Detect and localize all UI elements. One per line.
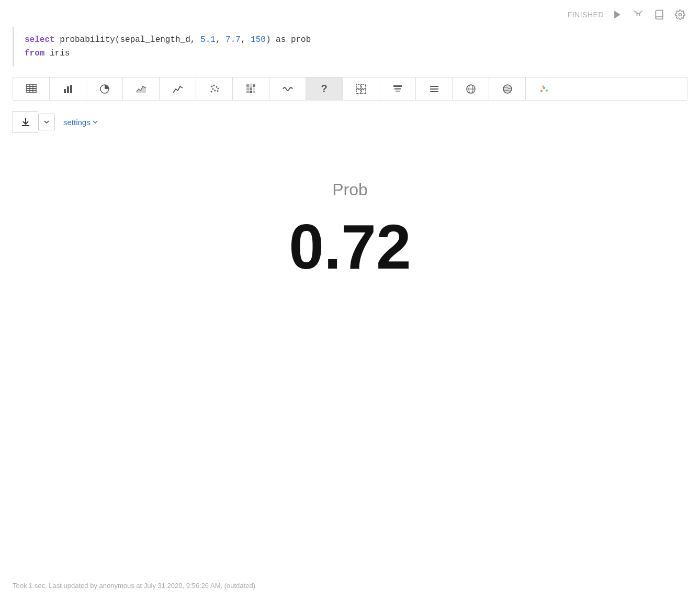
download-icon (20, 117, 31, 127)
code-comma2: , (241, 35, 251, 45)
svg-rect-26 (246, 87, 249, 90)
svg-rect-7 (27, 91, 36, 93)
chart-btn-sparkline[interactable] (269, 77, 306, 100)
svg-point-46 (540, 90, 543, 92)
pivot-icon (246, 84, 256, 94)
svg-point-19 (217, 87, 219, 89)
settings-button[interactable]: settings (63, 118, 98, 127)
chart-btn-scatter[interactable] (196, 77, 233, 100)
chart-btn-unknown[interactable]: ? (306, 77, 343, 100)
svg-rect-27 (250, 87, 252, 90)
code-line-2: from iris (25, 47, 677, 61)
keyword-select: select (25, 35, 55, 45)
svg-point-22 (217, 90, 218, 92)
code-comma1: , (216, 35, 225, 45)
code-line-1: select probability(sepal_length_d, 5.1, … (25, 34, 677, 47)
funnel-icon (392, 84, 403, 94)
result-display: Prob 0.72 (0, 149, 700, 309)
svg-point-3 (679, 14, 682, 16)
run-button[interactable] (610, 7, 625, 22)
status-label: FINISHED (568, 10, 604, 19)
expand-icon (633, 9, 643, 20)
settings-label: settings (63, 118, 91, 127)
svg-point-21 (213, 84, 214, 86)
chart-btn-line[interactable] (160, 77, 196, 100)
chart-btn-pivot[interactable] (233, 77, 269, 100)
expand-button[interactable] (631, 7, 646, 22)
svg-rect-37 (394, 88, 401, 90)
line-chart-icon (173, 84, 183, 94)
result-column-label: Prob (332, 180, 368, 199)
result-value: 0.72 (289, 215, 411, 278)
code-paren: ) (266, 35, 276, 45)
chart-type-toolbar: ? (13, 77, 687, 101)
globe1-icon (466, 84, 476, 94)
svg-rect-11 (67, 86, 69, 93)
svg-point-15 (210, 91, 212, 92)
svg-rect-12 (70, 85, 72, 93)
chart-btn-globe2[interactable] (489, 77, 526, 100)
globe2-icon (502, 84, 513, 94)
code-alias: prob (286, 35, 311, 45)
chart-btn-funnel[interactable] (379, 77, 416, 100)
footer-text: Took 1 sec. Last updated by anonymous at… (13, 582, 255, 590)
code-num2: 7.7 (225, 35, 241, 45)
chart-btn-list[interactable] (416, 77, 453, 100)
list-icon (429, 84, 439, 94)
svg-point-16 (212, 88, 213, 90)
svg-marker-0 (614, 11, 620, 19)
keyword-from: from (25, 49, 44, 58)
footer-message: Took 1 sec. Last updated by anonymous at… (13, 582, 255, 590)
table-icon (26, 84, 37, 94)
svg-rect-10 (64, 89, 66, 93)
chevron-down-icon (44, 119, 49, 125)
chart-btn-pie[interactable] (86, 77, 123, 100)
chart-btn-cohort[interactable] (343, 77, 379, 100)
download-dropdown-button[interactable] (38, 114, 55, 130)
svg-rect-38 (396, 91, 400, 92)
download-button[interactable] (13, 111, 38, 133)
sparkline-icon (283, 84, 293, 94)
svg-point-45 (503, 85, 512, 93)
code-editor[interactable]: select probability(sepal_length_d, 5.1, … (13, 27, 687, 66)
svg-point-18 (216, 86, 217, 87)
chart-btn-table[interactable] (13, 77, 50, 100)
question-mark-icon: ? (321, 83, 327, 95)
code-num1: 5.1 (200, 35, 216, 45)
action-row: settings (13, 111, 687, 133)
chart-btn-area[interactable] (123, 77, 160, 100)
bar-chart-icon (63, 84, 73, 94)
svg-rect-30 (250, 91, 252, 93)
svg-rect-36 (393, 85, 402, 87)
pie-chart-icon (99, 84, 110, 94)
svg-point-20 (211, 85, 212, 87)
settings-chevron-icon (93, 119, 98, 125)
svg-rect-24 (250, 84, 252, 87)
svg-rect-29 (246, 91, 249, 93)
svg-rect-32 (356, 84, 360, 88)
area-chart-icon (136, 84, 146, 94)
gear-icon (675, 9, 685, 20)
book-icon (654, 9, 664, 20)
svg-rect-34 (356, 90, 360, 94)
svg-rect-25 (253, 84, 255, 87)
settings-gear-button[interactable] (673, 7, 687, 22)
svg-rect-23 (246, 84, 249, 87)
svg-point-17 (214, 90, 216, 91)
docs-button[interactable] (652, 7, 667, 22)
svg-rect-35 (362, 90, 366, 94)
chart-btn-bar[interactable] (50, 77, 86, 100)
svg-rect-31 (253, 91, 255, 93)
scatter-icon (209, 84, 220, 94)
code-num3: 150 (251, 35, 266, 45)
chart-btn-custom[interactable] (526, 77, 562, 100)
top-toolbar: FINISHED (0, 0, 700, 27)
svg-point-49 (542, 85, 544, 87)
play-icon (612, 9, 623, 20)
code-func: probability(sepal_length_d, (55, 35, 200, 45)
svg-rect-33 (362, 84, 366, 88)
svg-line-2 (640, 11, 642, 14)
svg-line-1 (635, 11, 637, 14)
chart-btn-globe1[interactable] (453, 77, 489, 100)
custom-icon (539, 84, 549, 94)
